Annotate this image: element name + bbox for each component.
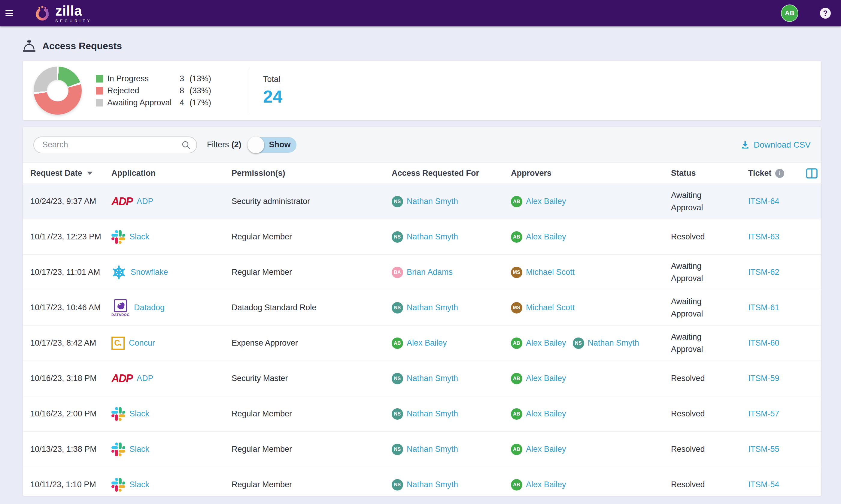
search-input[interactable] <box>33 137 197 153</box>
permission-cell: Security Master <box>231 374 392 383</box>
avatar: AB <box>511 444 522 455</box>
status-cell: Resolved <box>671 372 748 384</box>
status-cell: Awaiting Approval <box>671 295 748 320</box>
requested-for-cell: BA Brian Adams <box>392 267 511 278</box>
requested-for-cell: AB Alex Bailey <box>392 338 511 349</box>
ticket-link[interactable]: ITSM-59 <box>748 374 779 383</box>
user-link[interactable]: Nathan Smyth <box>407 409 458 418</box>
user-link[interactable]: Brian Adams <box>407 268 453 277</box>
avatar: AB <box>392 338 403 349</box>
application-link[interactable]: Slack <box>130 480 149 489</box>
user-link[interactable]: Nathan Smyth <box>407 232 458 241</box>
permission-cell: Expense Approver <box>231 338 392 348</box>
application-link[interactable]: Slack <box>130 409 149 418</box>
approvers-cell: AB Alex Bailey <box>511 444 671 455</box>
table-row[interactable]: 10/11/23, 1:10 PM Slack Regular Member N… <box>23 467 821 496</box>
status-cell: Awaiting Approval <box>671 189 748 214</box>
requested-for-cell: NS Nathan Smyth <box>392 373 511 384</box>
approvers-cell: AB Alex Bailey <box>511 373 671 384</box>
table-row[interactable]: 10/16/23, 2:00 PM Slack Regular Member N… <box>23 396 821 432</box>
table-row[interactable]: 10/16/23, 3:18 PM ADP ADP Security Maste… <box>23 361 821 396</box>
header-permissions: Permission(s) <box>231 168 392 178</box>
adp-logo-icon: ADP <box>111 372 133 385</box>
download-csv-button[interactable]: Download CSV <box>740 140 811 150</box>
toggle-knob[interactable] <box>247 137 264 153</box>
search-icon <box>182 140 190 149</box>
user-link[interactable]: Alex Bailey <box>526 197 566 206</box>
approvers-cell: AB Alex Bailey NS Nathan Smyth <box>511 338 671 349</box>
user-link[interactable]: Alex Bailey <box>526 374 566 383</box>
table-row[interactable]: 10/17/23, 10:46 AM DATADOG Datadog Datad… <box>23 290 821 325</box>
column-settings-icon[interactable] <box>806 168 818 179</box>
brand-subtitle: SECURITY <box>55 19 92 23</box>
download-icon <box>740 140 750 150</box>
user-link[interactable]: Michael Scott <box>526 268 574 277</box>
ticket-cell: ITSM-61 <box>748 303 821 312</box>
snowflake-logo-icon <box>111 265 126 280</box>
permission-cell: Security administrator <box>231 197 392 206</box>
application-link[interactable]: Slack <box>130 232 149 241</box>
user-link[interactable]: Alex Bailey <box>526 232 566 241</box>
table-row[interactable]: 10/24/23, 9:37 AM ADP ADP Security admin… <box>23 184 821 219</box>
user-link[interactable]: Alex Bailey <box>526 338 566 348</box>
header-request-date[interactable]: Request Date <box>30 168 111 178</box>
user-link[interactable]: Nathan Smyth <box>407 303 458 312</box>
user-link[interactable]: Michael Scott <box>526 303 574 312</box>
application-link[interactable]: ADP <box>137 197 154 206</box>
filters-show-toggle[interactable]: Show <box>248 137 296 153</box>
avatar: NS <box>392 373 403 384</box>
requested-for-cell: NS Nathan Smyth <box>392 444 511 455</box>
approvers-cell: AB Alex Bailey <box>511 479 671 490</box>
ticket-link[interactable]: ITSM-62 <box>748 268 779 276</box>
ticket-cell: ITSM-62 <box>748 268 821 277</box>
user-link[interactable]: Nathan Smyth <box>407 480 458 489</box>
status-legend: In Progress 3 (13%) Rejected 8 (33%) Awa… <box>96 74 223 107</box>
sort-descending-icon <box>87 172 92 175</box>
application-link[interactable]: ADP <box>137 374 154 383</box>
request-date-cell: 10/17/23, 11:01 AM <box>30 266 111 278</box>
table-row[interactable]: 10/13/23, 1:38 PM Slack Regular Member N… <box>23 432 821 467</box>
request-date-cell: 10/16/23, 3:18 PM <box>30 372 111 384</box>
status-donut-chart <box>34 67 82 114</box>
user-link[interactable]: Alex Bailey <box>526 480 566 489</box>
user-link[interactable]: Alex Bailey <box>407 338 447 348</box>
help-icon[interactable]: ? <box>820 8 831 19</box>
permission-cell: Regular Member <box>231 480 392 489</box>
user-avatar[interactable]: AB <box>781 4 799 22</box>
request-date-cell: 10/13/23, 1:38 PM <box>30 443 111 455</box>
permission-cell: Datadog Standard Role <box>231 303 392 312</box>
requested-for-cell: NS Nathan Smyth <box>392 408 511 420</box>
permission-cell: Regular Member <box>231 409 392 418</box>
user-link[interactable]: Nathan Smyth <box>588 338 639 348</box>
user-link[interactable]: Nathan Smyth <box>407 445 458 454</box>
table-row[interactable]: 10/17/23, 8:42 AM C Concur Expense Appro… <box>23 325 821 361</box>
table-row[interactable]: 10/17/23, 12:23 PM Slack Regular Member … <box>23 219 821 255</box>
application-link[interactable]: Concur <box>129 338 155 348</box>
user-link[interactable]: Nathan Smyth <box>407 197 458 206</box>
ticket-link[interactable]: ITSM-54 <box>748 480 779 489</box>
ticket-link[interactable]: ITSM-61 <box>748 303 779 312</box>
application-link[interactable]: Datadog <box>134 303 165 312</box>
permission-cell: Regular Member <box>231 232 392 241</box>
header-approvers: Approvers <box>511 168 671 178</box>
ticket-info-icon[interactable]: i <box>775 169 784 178</box>
application-link[interactable]: Slack <box>130 445 149 454</box>
ticket-link[interactable]: ITSM-55 <box>748 445 779 454</box>
summary-divider <box>249 68 249 113</box>
user-link[interactable]: Alex Bailey <box>526 409 566 418</box>
ticket-link[interactable]: ITSM-60 <box>748 338 779 347</box>
table-row[interactable]: 10/17/23, 11:01 AM Snowflake Regular Mem… <box>23 255 821 290</box>
page-header: Access Requests <box>22 39 841 53</box>
ticket-link[interactable]: ITSM-57 <box>748 409 779 418</box>
legend-swatch-in-progress <box>96 75 103 83</box>
legend-item-rejected: Rejected 8 (33%) <box>96 86 223 95</box>
header-ticket: Ticket i <box>748 168 821 179</box>
filters-count: (2) <box>231 140 241 149</box>
application-link[interactable]: Snowflake <box>131 268 168 277</box>
user-link[interactable]: Alex Bailey <box>526 445 566 454</box>
hamburger-menu-icon[interactable] <box>5 10 13 16</box>
ticket-link[interactable]: ITSM-63 <box>748 232 779 241</box>
ticket-link[interactable]: ITSM-64 <box>748 197 779 206</box>
total-value: 24 <box>263 86 282 107</box>
user-link[interactable]: Nathan Smyth <box>407 374 458 383</box>
